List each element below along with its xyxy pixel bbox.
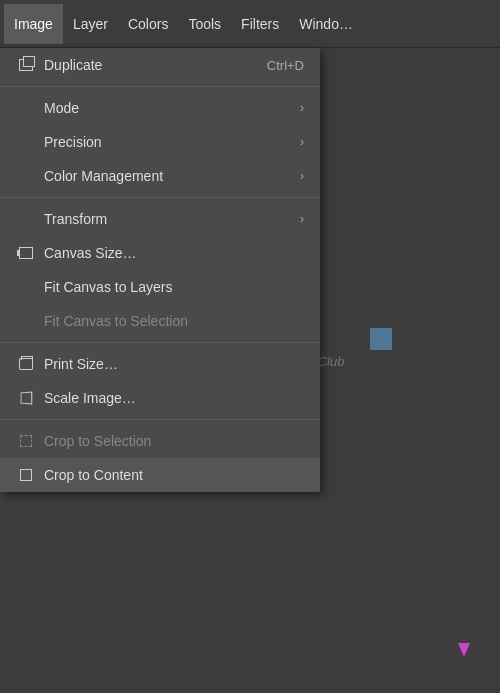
watermark-icon — [370, 328, 392, 350]
separator-1 — [0, 86, 320, 87]
color-management-label: Color Management — [44, 168, 300, 184]
scale-image-label: Scale Image… — [44, 390, 304, 406]
precision-arrow: › — [300, 135, 304, 149]
menu-item-tools[interactable]: Tools — [178, 4, 231, 44]
mode-arrow: › — [300, 101, 304, 115]
menu-option-print-size[interactable]: Print Size… — [0, 347, 320, 381]
menu-option-crop-to-content[interactable]: Crop to Content — [0, 458, 320, 492]
crop-content-icon — [16, 467, 36, 483]
menu-option-color-management[interactable]: Color Management › — [0, 159, 320, 193]
menu-bar: Image Layer Colors Tools Filters Windo… — [0, 0, 500, 48]
menu-option-scale-image[interactable]: Scale Image… — [0, 381, 320, 415]
menu-option-fit-canvas-selection: Fit Canvas to Selection — [0, 304, 320, 338]
menu-option-duplicate[interactable]: Duplicate Ctrl+D — [0, 48, 320, 82]
menu-option-crop-to-selection: Crop to Selection — [0, 424, 320, 458]
fit-canvas-selection-label: Fit Canvas to Selection — [44, 313, 304, 329]
crop-to-selection-label: Crop to Selection — [44, 433, 304, 449]
precision-label: Precision — [44, 134, 300, 150]
canvas-size-label: Canvas Size… — [44, 245, 304, 261]
print-size-label: Print Size… — [44, 356, 304, 372]
menu-item-colors[interactable]: Colors — [118, 4, 178, 44]
menu-option-canvas-size[interactable]: Canvas Size… — [0, 236, 320, 270]
cursor-pointer — [458, 643, 470, 663]
transform-label: Transform — [44, 211, 300, 227]
mode-label: Mode — [44, 100, 300, 116]
menu-option-transform[interactable]: Transform › — [0, 202, 320, 236]
duplicate-shortcut: Ctrl+D — [267, 58, 304, 73]
menu-option-fit-canvas-layers[interactable]: Fit Canvas to Layers — [0, 270, 320, 304]
crop-selection-icon — [16, 433, 36, 449]
separator-3 — [0, 342, 320, 343]
duplicate-label: Duplicate — [44, 57, 267, 73]
print-size-icon — [16, 356, 36, 372]
canvas-size-icon — [16, 245, 36, 261]
separator-2 — [0, 197, 320, 198]
scale-image-icon — [16, 390, 36, 406]
separator-4 — [0, 419, 320, 420]
transform-arrow: › — [300, 212, 304, 226]
menu-item-layer[interactable]: Layer — [63, 4, 118, 44]
menu-option-precision[interactable]: Precision › — [0, 125, 320, 159]
menu-option-mode[interactable]: Mode › — [0, 91, 320, 125]
menu-item-window[interactable]: Windo… — [289, 4, 363, 44]
menu-item-image[interactable]: Image — [4, 4, 63, 44]
menu-item-filters[interactable]: Filters — [231, 4, 289, 44]
image-dropdown-menu: Duplicate Ctrl+D Mode › Precision › Colo… — [0, 48, 320, 492]
crop-to-content-label: Crop to Content — [44, 467, 304, 483]
fit-canvas-layers-label: Fit Canvas to Layers — [44, 279, 304, 295]
color-management-arrow: › — [300, 169, 304, 183]
duplicate-icon — [16, 57, 36, 73]
